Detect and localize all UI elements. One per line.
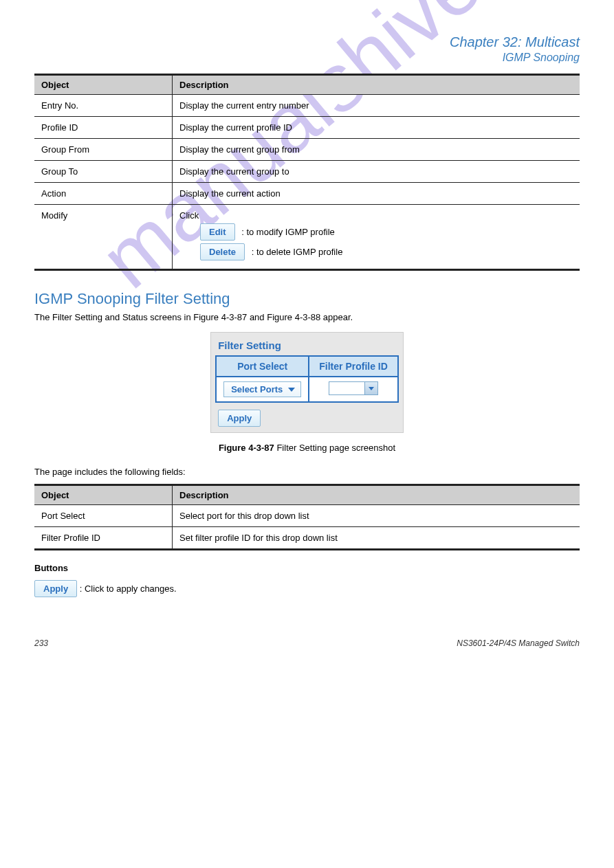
cell-object: Profile ID	[34, 117, 173, 139]
cell-object: Port Select	[34, 505, 173, 527]
cell-object: Filter Profile ID	[34, 527, 173, 550]
figure-number: Figure 4-3-87	[219, 443, 274, 453]
page-header: Chapter 32: Multicast IGMP Snooping	[34, 34, 580, 64]
cell-desc: Select port for this drop down list	[173, 505, 580, 527]
cell-object: Group From	[34, 139, 173, 161]
table-row: Entry No. Display the current entry numb…	[34, 95, 580, 117]
table-row: Profile ID Display the current profile I…	[34, 117, 580, 139]
intro-text-2: and	[247, 312, 267, 322]
buttons-heading: Buttons	[34, 563, 580, 573]
apply-button[interactable]: Apply	[218, 410, 261, 427]
chapter-number-value: 32	[503, 34, 518, 49]
col-filter-profile: Filter Profile ID	[309, 356, 398, 377]
edit-button[interactable]: Edit	[200, 223, 235, 241]
cell-desc: Display the current action	[173, 183, 580, 205]
cell-object: Entry No.	[34, 95, 173, 117]
filter-inner-table: Port Select Filter Profile ID Select Por…	[215, 355, 399, 403]
table-row-modify: Modify Click Edit : to modify IGMP profi…	[34, 205, 580, 270]
table-row: Action Display the current action	[34, 183, 580, 205]
cell-desc: Display the current group to	[173, 161, 580, 183]
table-row: Filter Profile ID Set filter profile ID …	[34, 527, 580, 550]
apply-desc: : Click to apply changes.	[80, 583, 177, 594]
apply-button[interactable]: Apply	[34, 580, 77, 597]
col-header-object: Object	[34, 75, 173, 95]
filter-panel-title: Filter Setting	[215, 338, 399, 355]
figure-ref-1: Figure 4-3-87	[193, 312, 247, 322]
cell-object: Action	[34, 183, 173, 205]
col-header-description: Description	[173, 75, 580, 95]
delete-explain: : to delete IGMP profile	[252, 247, 343, 257]
cell-desc: Display the current profile ID	[173, 117, 580, 139]
table-row: Port Select Select port for this drop do…	[34, 505, 580, 527]
chapter-number: Chapter 32: Multicast	[450, 34, 580, 49]
cell-desc: Set filter profile ID for this drop down…	[173, 527, 580, 550]
col-port-select: Port Select	[216, 356, 309, 377]
page-footer: 233 NS3601-24P/4S Managed Switch	[34, 638, 580, 648]
chapter-subtitle: IGMP Snooping	[34, 52, 580, 64]
figure-caption: Figure 4-3-87 Filter Setting page screen…	[34, 443, 580, 453]
cell-object: Modify	[34, 205, 173, 270]
chapter-title: Multicast	[525, 34, 580, 49]
figure-caption-text: Filter Setting page screenshot	[274, 443, 395, 453]
cell-object: Group To	[34, 161, 173, 183]
section-intro: The Filter Setting and Status screens in…	[34, 312, 580, 322]
table-row: Group From Display the current group fro…	[34, 139, 580, 161]
col-header-object: Object	[34, 485, 173, 505]
figure-ref-2: Figure 4-3-88	[267, 312, 320, 322]
edit-explain: : to modify IGMP profile	[241, 227, 335, 237]
intro-text-3: appear.	[320, 312, 353, 322]
filter-fields-table: Object Description Port Select Select po…	[34, 484, 580, 550]
intro-text-1: The Filter Setting and Status screens in	[34, 312, 193, 322]
section-heading: IGMP Snooping Filter Setting	[34, 290, 580, 308]
product-model: NS3601-24P/4S Managed Switch	[457, 638, 580, 648]
profile-description-table: Object Description Entry No. Display the…	[34, 74, 580, 271]
cell-desc: Display the current group from	[173, 139, 580, 161]
filter-profile-dropdown[interactable]	[329, 381, 378, 395]
select-ports-dropdown[interactable]: Select Ports	[223, 381, 301, 397]
filter-setting-panel: Filter Setting Port Select Filter Profil…	[210, 332, 404, 433]
cell-desc: Display the current entry number	[173, 95, 580, 117]
col-header-description: Description	[173, 485, 580, 505]
chevron-down-icon	[288, 388, 295, 392]
page-number: 233	[34, 638, 48, 648]
select-ports-label: Select Ports	[231, 384, 283, 394]
cell-modify: Click Edit : to modify IGMP profile Dele…	[173, 205, 580, 270]
chevron-down-icon	[364, 382, 377, 394]
table-row: Group To Display the current group to	[34, 161, 580, 183]
fields-lead-text: The page includes the following fields:	[34, 467, 580, 477]
delete-button[interactable]: Delete	[200, 243, 245, 260]
